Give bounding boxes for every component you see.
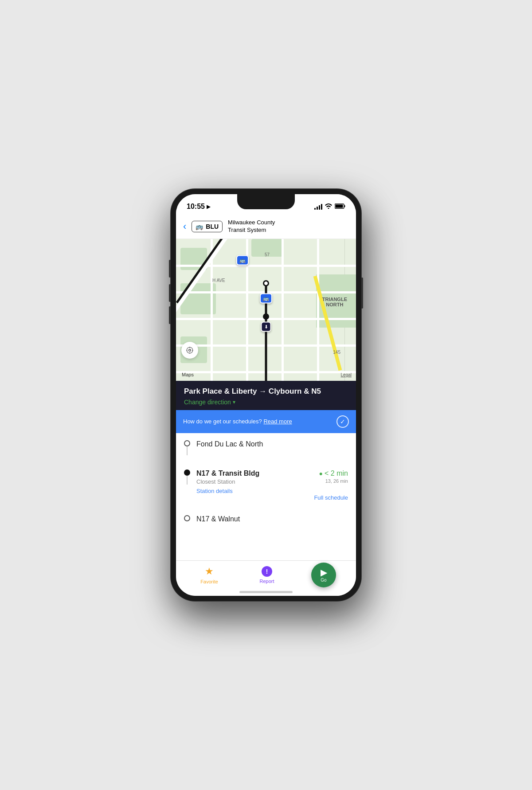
report-label: Report xyxy=(259,579,274,584)
route-code: BLU xyxy=(206,223,219,230)
time-display: 10:55 xyxy=(187,203,205,211)
route-direction-header: Park Place & Liberty → Clybourn & N5 Cha… xyxy=(176,381,356,410)
map-label-triangle-north: TRIANGLENORTH xyxy=(322,297,347,307)
arrival-time-value: < 2 min xyxy=(325,469,348,477)
phone-screen: 10:55 ▶ ‹ 🚌 xyxy=(176,194,356,596)
legal-link[interactable]: Legal xyxy=(341,372,352,377)
stop-subtitle: Closest Station xyxy=(196,478,308,485)
favorite-label: Favorite xyxy=(200,579,218,584)
bus-icon: 🚌 xyxy=(196,223,203,230)
transit-name-line2: Transit System xyxy=(228,227,349,234)
maps-watermark: Maps xyxy=(180,372,194,377)
stop-content: Fond Du Lac & North xyxy=(196,440,348,448)
arrival-time-sub: 13, 26 min xyxy=(308,478,348,484)
report-icon: ! xyxy=(262,566,272,577)
map-background: 57 H AVE TRIANGLENORTH 145 🚌 xyxy=(176,239,356,381)
info-check-icon[interactable]: ✓ xyxy=(336,415,349,428)
tab-bar: ★ Favorite ! Report ▶ Go xyxy=(176,560,356,596)
stop-list: Fond Du Lac & North N17 & Transit Bldg C… xyxy=(176,433,356,566)
go-icon: ▶ xyxy=(321,567,327,578)
status-icons xyxy=(314,203,345,210)
tab-report[interactable]: ! Report xyxy=(254,566,280,584)
info-banner: How do we get our schedules? Read more ✓ xyxy=(176,410,356,433)
map-label-57: 57 xyxy=(265,252,270,257)
stop-item-closest: N17 & Transit Bldg Closest Station Stati… xyxy=(176,462,356,508)
phone-wrapper: 10:55 ▶ ‹ 🚌 xyxy=(171,189,361,601)
bus-marker-3[interactable]: ⬇ xyxy=(261,322,271,332)
route-badge: 🚌 BLU xyxy=(192,221,223,232)
bus-marker-2[interactable]: 🚌 xyxy=(260,293,272,304)
stop-arrival: ● < 2 min 13, 26 min Full schedule xyxy=(308,469,348,501)
back-button[interactable]: ‹ xyxy=(183,222,186,231)
nav-header: ‹ 🚌 BLU Milwaukee County Transit System xyxy=(176,215,356,239)
info-banner-question: How do we get our schedules? xyxy=(183,418,262,425)
map-area[interactable]: 57 H AVE TRIANGLENORTH 145 🚌 xyxy=(176,239,356,381)
location-button[interactable] xyxy=(181,342,198,359)
stop-dot xyxy=(184,440,190,446)
go-fab-button[interactable]: ▶ Go xyxy=(311,563,336,587)
signal-icon xyxy=(314,203,322,210)
maps-label: Maps xyxy=(182,372,194,377)
map-label-ave: H AVE xyxy=(212,278,225,283)
tab-favorite[interactable]: ★ Favorite xyxy=(196,566,223,584)
stop-name: Fond Du Lac & North xyxy=(196,440,348,448)
chevron-down-icon: ▾ xyxy=(233,399,235,405)
route-dot-middle xyxy=(263,313,269,320)
stop-content-closest: N17 & Transit Bldg Closest Station Stati… xyxy=(196,469,308,494)
full-schedule-link[interactable]: Full schedule xyxy=(308,494,348,501)
stop-item: Fond Du Lac & North xyxy=(176,433,356,462)
read-more-link[interactable]: Read more xyxy=(263,418,292,425)
stop-item-walnut: N17 & Walnut xyxy=(176,508,356,530)
route-dot-top xyxy=(263,280,269,286)
stop-name-closest: N17 & Transit Bldg xyxy=(196,469,308,477)
stop-name-walnut: N17 & Walnut xyxy=(196,515,348,523)
info-banner-text: How do we get our schedules? Read more xyxy=(183,418,292,425)
stop-dot-walnut xyxy=(184,515,190,521)
location-arrow-icon: ▶ xyxy=(207,204,210,210)
stop-content-walnut: N17 & Walnut xyxy=(196,515,348,523)
home-indicator xyxy=(239,591,293,593)
bus-marker-1[interactable]: 🚌 xyxy=(236,255,249,265)
change-direction-label: Change direction xyxy=(184,399,231,406)
go-label: Go xyxy=(321,578,326,583)
wifi-icon xyxy=(325,203,332,210)
notch xyxy=(237,194,295,209)
svg-point-3 xyxy=(189,349,191,352)
status-time: 10:55 ▶ xyxy=(187,203,210,211)
favorite-icon: ★ xyxy=(205,566,214,577)
arrival-time-main: ● < 2 min xyxy=(308,469,348,477)
svg-rect-1 xyxy=(336,205,343,208)
stop-dot-filled xyxy=(184,469,190,476)
map-label-145: 145 xyxy=(333,350,340,355)
station-details-link[interactable]: Station details xyxy=(196,488,233,494)
battery-icon xyxy=(335,203,345,210)
route-direction-title: Park Place & Liberty → Clybourn & N5 xyxy=(184,387,348,396)
change-direction-button[interactable]: Change direction ▾ xyxy=(184,399,348,406)
svg-point-4 xyxy=(187,347,193,353)
transit-name: Milwaukee County Transit System xyxy=(228,219,349,234)
svg-rect-2 xyxy=(344,205,345,207)
transit-name-line1: Milwaukee County xyxy=(228,219,349,227)
